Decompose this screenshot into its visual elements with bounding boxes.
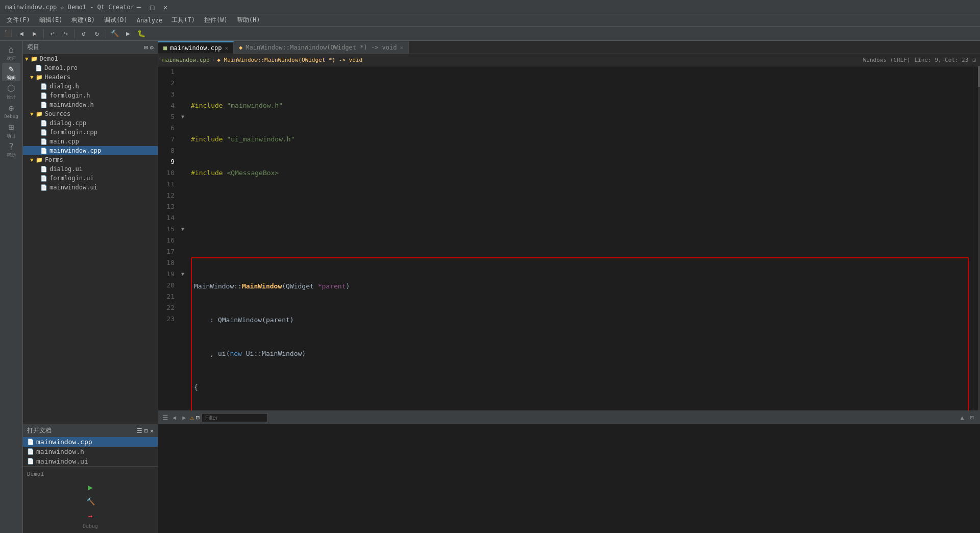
tab-label-mainwindowcpp: mainwindow.cpp [170, 44, 222, 52]
bottom-filter-input[interactable] [202, 413, 268, 422]
tree-label-sources: Sources [45, 110, 71, 117]
titlebar: mainwindow.cpp ☆ Demo1 - Qt Creator ─ □ … [0, 0, 980, 14]
fold-10 [179, 167, 187, 179]
debug-run-buttons: ▶ 🔨 → [27, 481, 154, 521]
code-editor: 1 2 3 4 5 6 7 8 9 10 11 12 13 14 15 16 1… [158, 66, 980, 410]
scrollbar-thumb[interactable] [978, 66, 980, 87]
tree-label-dialoh: dialog.h [50, 83, 79, 90]
toolbar-sep-2 [75, 29, 75, 38]
tree-label-formlogincpp: formlogin.cpp [50, 129, 97, 136]
bottom-nav-prev[interactable]: ◀ [170, 414, 178, 422]
tree-item-mainwindowh[interactable]: 📄 mainwindow.h [23, 100, 158, 109]
debug-icon: ⊕ [9, 103, 14, 113]
bottom-nav-next[interactable]: ▶ [180, 414, 188, 422]
open-h-icon: 📄 [27, 448, 34, 455]
red-box-constructor: MainWindow::MainWindow(QWidget *parent) … [191, 257, 969, 410]
code-content[interactable]: #include "mainwindow.h" #include "ui_mai… [187, 66, 973, 410]
close-button[interactable]: ✕ [161, 3, 170, 12]
open-file-mainwindowcpp[interactable]: 📄 mainwindow.cpp [23, 437, 158, 447]
tree-item-mainwindowui[interactable]: 📄 mainwindow.ui [23, 183, 158, 192]
file-tree-content: ▼ 📁 Demo1 📄 Demo1.pro ▼ 📁 Headers 📄 dial… [23, 54, 158, 424]
minimize-button[interactable]: ─ [134, 3, 143, 12]
tree-label-headers: Headers [45, 74, 71, 81]
sidebar-item-projects[interactable]: ⊞ 项目 [2, 121, 20, 139]
ln-5: 5 [158, 111, 179, 123]
toolbar-btn-undo[interactable]: ↺ [78, 28, 89, 39]
bottom-expand-btn[interactable]: ▲ [959, 414, 966, 422]
fit-icon[interactable]: ⊡ [972, 57, 976, 63]
sidebar-item-edit[interactable]: ✎ 编辑 [2, 63, 20, 81]
design-icon: ⬡ [7, 83, 15, 93]
toolbar-btn-2[interactable]: ◀ [16, 28, 27, 39]
scrollbar-track[interactable] [978, 66, 980, 410]
tab-func[interactable]: ◆ MainWindow::MainWindow(QWidget *) -> v… [234, 41, 409, 54]
menu-tools[interactable]: 工具(T) [167, 15, 199, 26]
cpp-file-icon-3: 📄 [40, 138, 47, 145]
tree-item-dialogui[interactable]: 📄 dialog.ui [23, 164, 158, 174]
fold-19[interactable]: ▼ [179, 269, 187, 280]
toolbar-sep-1 [43, 29, 44, 38]
tree-item-mainwindowcpp[interactable]: 📄 mainwindow.cpp [23, 146, 158, 155]
tree-item-demo1pro[interactable]: 📄 Demo1.pro [23, 63, 158, 72]
editor-status-right: Windows (CRLF) Line: 9, Col: 23 ⊡ [863, 57, 976, 63]
open-files-close-icon[interactable]: ✕ [150, 427, 154, 434]
settings-icon[interactable]: ⚙ [150, 44, 154, 51]
open-file-mainwindowh[interactable]: 📄 mainwindow.h [23, 447, 158, 456]
tree-item-maincpp[interactable]: 📄 main.cpp [23, 137, 158, 146]
sidebar-item-debug[interactable]: ⊕ Debug [2, 102, 20, 120]
fold-5[interactable]: ▼ [179, 111, 187, 123]
toolbar-btn-5[interactable]: ↪ [60, 28, 71, 39]
toolbar-btn-run[interactable]: ▶ [122, 28, 134, 39]
toolbar-btn-3[interactable]: ▶ [29, 28, 40, 39]
tree-item-sources[interactable]: ▼ 📁 Sources [23, 109, 158, 118]
sidebar-item-design[interactable]: ⬡ 设计 [2, 82, 20, 101]
open-file-mainwindowui[interactable]: 📄 mainwindow.ui [23, 456, 158, 466]
maximize-button[interactable]: □ [148, 3, 157, 12]
toolbar-btn-1[interactable]: ⬛ [3, 28, 14, 39]
code-text-1: #include "mainwindow.h" [191, 100, 969, 111]
ln-21: 21 [158, 291, 179, 302]
tree-item-formloginui[interactable]: 📄 formlogin.ui [23, 174, 158, 183]
tree-item-headers[interactable]: ▼ 📁 Headers [23, 72, 158, 82]
menu-edit[interactable]: 编辑(E) [35, 15, 67, 26]
toolbar-btn-4[interactable]: ↩ [47, 28, 58, 39]
sidebar-item-welcome[interactable]: ⌂ 欢迎 [2, 43, 20, 62]
tree-item-formloginh[interactable]: 📄 formlogin.h [23, 91, 158, 100]
breadcrumb-func: ◆ MainWindow::MainWindow(QWidget *) -> v… [217, 57, 362, 63]
ln-6: 6 [158, 123, 179, 134]
menu-build[interactable]: 构建(B) [67, 15, 99, 26]
toolbar-btn-debug-run[interactable]: 🐛 [136, 28, 147, 39]
tab-label-func: MainWindow::MainWindow(QWidget *) -> voi… [246, 44, 397, 51]
tree-item-dialogcpp[interactable]: 📄 dialog.cpp [23, 118, 158, 128]
menu-widget[interactable]: 控件(W) [200, 15, 232, 26]
menu-file[interactable]: 文件(F) [3, 15, 34, 26]
menu-help[interactable]: 帮助(H) [233, 15, 264, 26]
open-files-filter-icon[interactable]: ☰ [137, 427, 142, 434]
menu-debug[interactable]: 调试(D) [100, 15, 132, 26]
tree-item-forms[interactable]: ▼ 📁 Forms [23, 155, 158, 164]
debug-sub-label: Debug [27, 523, 154, 529]
toolbar-btn-redo[interactable]: ↻ [91, 28, 103, 39]
file-tree-panel: 项目 ⊟ ⚙ ▼ 📁 Demo1 📄 Demo1.pro ▼ 📁 Headers [23, 41, 158, 533]
debug-stop-button[interactable]: → [83, 510, 98, 521]
tab-mainwindowcpp[interactable]: ■ mainwindow.cpp ✕ [158, 41, 234, 54]
open-files-split-icon[interactable]: ⊡ [144, 427, 148, 434]
filter-icon[interactable]: ⊟ [144, 44, 148, 51]
open-cpp-icon: 📄 [27, 439, 34, 445]
sidebar-item-help[interactable]: ? 帮助 [2, 140, 20, 159]
open-file-label-mainwindowh: mainwindow.h [36, 448, 84, 455]
edit-icon: ✎ [9, 63, 14, 74]
run-button[interactable]: ▶ [83, 481, 98, 493]
toolbar-btn-build[interactable]: 🔨 [109, 28, 120, 39]
encoding-label: Windows (CRLF) [863, 57, 911, 63]
tree-item-demo1[interactable]: ▼ 📁 Demo1 [23, 54, 158, 63]
menu-analyze[interactable]: Analyze [133, 16, 167, 25]
debug-section: Demo1 ▶ 🔨 → Debug [23, 466, 158, 533]
tree-item-dialoh[interactable]: 📄 dialog.h [23, 82, 158, 91]
debug-build-button[interactable]: 🔨 [83, 496, 98, 507]
fold-15[interactable]: ▼ [179, 224, 187, 235]
tree-item-formlogincpp[interactable]: 📄 formlogin.cpp [23, 128, 158, 137]
bottom-close-btn[interactable]: ⊡ [968, 414, 976, 422]
tab-close-func[interactable]: ✕ [400, 44, 403, 51]
tab-close-mainwindowcpp[interactable]: ✕ [225, 45, 228, 52]
